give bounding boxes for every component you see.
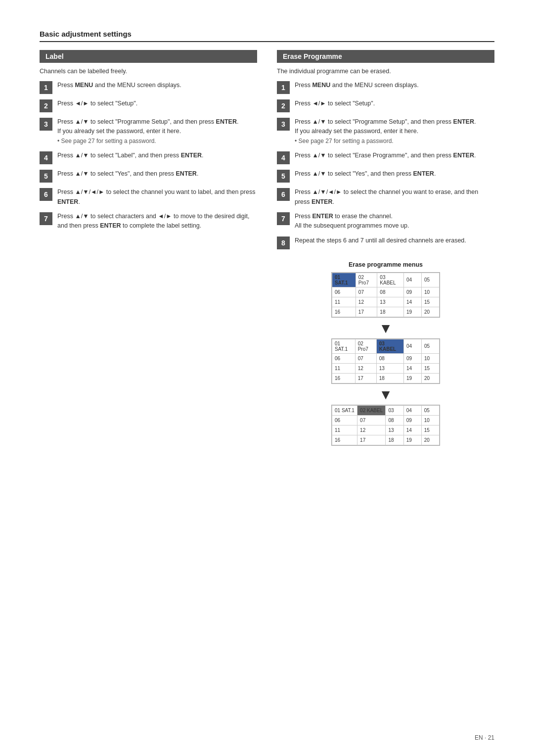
label-column: Label Channels can be labelled freely. 1… <box>40 50 257 449</box>
diagram-label: Erase programme menus <box>277 261 494 268</box>
section-title: Basic adjustment settings <box>40 30 494 42</box>
label-step-5: 5 Press ▲/▼ to select "Yes", and then pr… <box>40 169 257 183</box>
grid-table-3: 01 SAT.1 02 KABEL 03 04 05 0607080910 11… <box>331 405 440 446</box>
erase-header: Erase Programme <box>277 50 494 63</box>
step-text-6: Press ▲/▼/◄/► to select the channel you … <box>57 188 257 207</box>
erase-step-8: 8 Repeat the steps 6 and 7 until all des… <box>277 236 494 249</box>
erase-step-num-7: 7 <box>277 212 290 225</box>
erase-step-num-2: 2 <box>277 99 290 112</box>
erase-step-5: 5 Press ▲/▼ to select "Yes", and then pr… <box>277 169 494 183</box>
grid-table-1: 01 SAT.1 02 Pro7 03 KABEL 04 05 06070809… <box>331 272 440 318</box>
step-text-4: Press ▲/▼ to select "Label", and then pr… <box>57 151 204 160</box>
step-text-5: Press ▲/▼ to select "Yes", and then pres… <box>57 169 198 179</box>
label-intro: Channels can be labelled freely. <box>40 68 257 75</box>
erase-step-text-7: Press ENTER to erase the channel. All th… <box>295 212 409 231</box>
step-num-6: 6 <box>40 188 52 201</box>
erase-intro: The individual programme can be erased. <box>277 68 494 75</box>
erase-step-7: 7 Press ENTER to erase the channel. All … <box>277 212 494 231</box>
erase-step-num-4: 4 <box>277 151 290 164</box>
erase-step-3: 3 Press ▲/▼ to select "Programme Setup",… <box>277 117 494 146</box>
erase-step-num-1: 1 <box>277 81 290 94</box>
erase-step-1: 1 Press MENU and the MENU screen display… <box>277 81 494 94</box>
label-step-3: 3 Press ▲/▼ to select "Programme Setup",… <box>40 117 257 146</box>
page-content: Basic adjustment settings Label Channels… <box>40 30 494 449</box>
step-num-5: 5 <box>40 170 52 183</box>
erase-step-num-3: 3 <box>277 118 290 131</box>
label-step-4: 4 Press ▲/▼ to select "Label", and then … <box>40 151 257 164</box>
step-num-4: 4 <box>40 151 52 164</box>
erase-step-2: 2 Press ◄/► to select "Setup". <box>277 99 494 112</box>
step-num-2: 2 <box>40 99 52 112</box>
erase-step-text-4: Press ▲/▼ to select "Erase Programme", a… <box>295 151 476 160</box>
erase-step-text-6: Press ▲/▼/◄/► to select the channel you … <box>295 188 494 207</box>
label-header: Label <box>40 50 257 63</box>
erase-step-6: 6 Press ▲/▼/◄/► to select the channel yo… <box>277 188 494 207</box>
erase-step-num-5: 5 <box>277 170 290 183</box>
erase-column: Erase Programme The individual programme… <box>277 50 494 449</box>
step-num-1: 1 <box>40 81 52 94</box>
label-step-2: 2 Press ◄/► to select "Setup". <box>40 99 257 112</box>
grid-table-2: 01 SAT.1 02 Pro7 03 KABEL 04 05 06070809… <box>331 338 440 384</box>
step-text-1: Press MENU and the MENU screen displays. <box>57 81 181 90</box>
label-step-1: 1 Press MENU and the MENU screen display… <box>40 81 257 94</box>
step-num-7: 7 <box>40 212 52 225</box>
erase-step-text-2: Press ◄/► to select "Setup". <box>295 99 375 108</box>
down-arrow-1: ▼ <box>277 321 494 336</box>
erase-step-num-8: 8 <box>277 236 290 249</box>
step-num-3: 3 <box>40 118 52 131</box>
diagram-area: Erase programme menus 01 SAT.1 02 Pro7 0… <box>277 261 494 446</box>
step-text-3: Press ▲/▼ to select "Programme Setup", a… <box>57 117 238 146</box>
erase-step-text-1: Press MENU and the MENU screen displays. <box>295 81 419 90</box>
label-step-6: 6 Press ▲/▼/◄/► to select the channel yo… <box>40 188 257 207</box>
step-text-2: Press ◄/► to select "Setup". <box>57 99 137 108</box>
erase-step-text-8: Repeat the steps 6 and 7 until all desir… <box>295 236 466 245</box>
down-arrow-2: ▼ <box>277 387 494 403</box>
page-footer: EN · 21 <box>475 734 494 741</box>
erase-step-text-3: Press ▲/▼ to select "Programme Setup", a… <box>295 117 476 146</box>
erase-step-4: 4 Press ▲/▼ to select "Erase Programme",… <box>277 151 494 164</box>
label-step-7: 7 Press ▲/▼ to select characters and ◄/►… <box>40 212 257 231</box>
erase-step-num-6: 6 <box>277 188 290 201</box>
step-text-7: Press ▲/▼ to select characters and ◄/► t… <box>57 212 257 231</box>
erase-step-text-5: Press ▲/▼ to select "Yes", and then pres… <box>295 169 436 179</box>
